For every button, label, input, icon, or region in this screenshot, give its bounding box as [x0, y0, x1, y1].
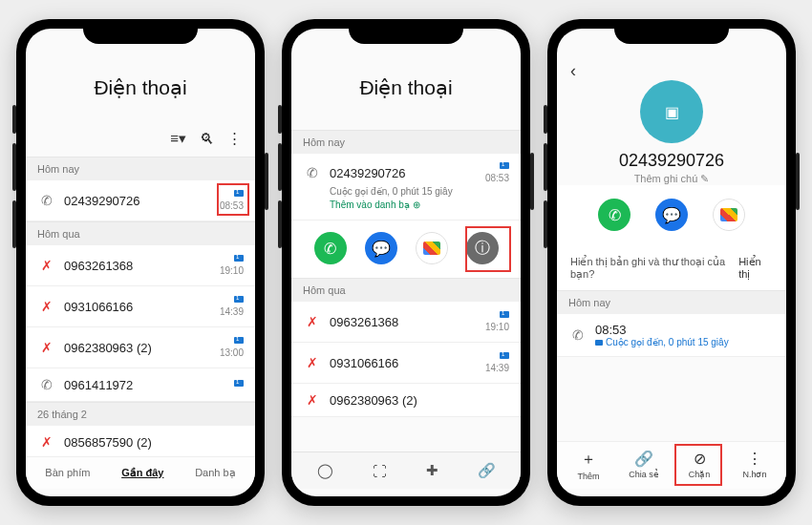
call-row[interactable]: ✗096326136819:10 — [26, 245, 255, 286]
phone-2: Điện thoại Hôm nay ✆0243929072608:53 Cuộ… — [282, 19, 530, 506]
message-button[interactable]: 💬 — [655, 199, 688, 231]
more-button[interactable]: ⋮N.hơn — [732, 450, 778, 481]
call-row[interactable]: ✆ 02439290726 08:53 — [26, 180, 255, 221]
tab-contacts[interactable]: Danh bạ — [195, 467, 235, 479]
toolbar: ≡▾ 🔍︎ ⋮ — [26, 130, 255, 157]
section-today: Hôm nay — [557, 290, 786, 314]
section-feb26: 26 tháng 2 — [26, 402, 255, 426]
voicemail-hint: Hiển thị bản ghi và thư thoại của bạn? H… — [557, 246, 786, 290]
add-button[interactable]: ＋Thêm — [566, 450, 611, 481]
phone-icon: ✆ — [568, 327, 588, 343]
call-number: 02439290726 — [56, 194, 220, 208]
missed-icon: ✗ — [303, 314, 322, 329]
phone-icon: ✆ — [37, 193, 56, 208]
call-time: 14:39 — [220, 295, 244, 318]
block-button[interactable]: ⊘Chặn — [676, 450, 722, 481]
sim-badge — [234, 190, 244, 197]
more-icon[interactable]: ⋮ — [227, 130, 242, 147]
notch — [349, 19, 463, 44]
plus-icon: ＋ — [566, 450, 611, 470]
avatar[interactable]: ▣ — [640, 80, 703, 143]
call-number: 0963261368 — [56, 259, 220, 273]
notch — [614, 19, 729, 44]
tab-recent[interactable]: Gần đây — [121, 467, 163, 479]
call-number: 02439290726 — [322, 166, 485, 180]
video-call-button[interactable] — [713, 199, 745, 231]
call-detail: Cuộc gọi đến, 0 phút 15 giây — [330, 186, 509, 197]
call-row[interactable]: ✗093106616614:39 — [291, 343, 521, 384]
call-time: 08:53 — [595, 323, 775, 337]
missed-icon: ✗ — [37, 434, 56, 450]
call-button[interactable]: ✆ — [314, 232, 347, 264]
add-icon[interactable]: ✚ — [426, 462, 438, 479]
screen: Điện thoại ≡▾ 🔍︎ ⋮ Hôm nay ✆ 02439290726… — [26, 29, 255, 496]
call-time: 19:10 — [220, 254, 244, 277]
missed-icon: ✗ — [37, 258, 56, 273]
more-icon: ⋮ — [732, 450, 778, 468]
show-button[interactable]: Hiển thị — [738, 256, 773, 281]
phone-1: Điện thoại ≡▾ 🔍︎ ⋮ Hôm nay ✆ 02439290726… — [16, 19, 265, 506]
side-button — [12, 105, 16, 134]
missed-icon: ✗ — [37, 299, 56, 314]
scan-icon[interactable]: ⛶ — [373, 463, 387, 479]
call-time: 08:53 — [220, 189, 244, 212]
info-button[interactable]: ⓘ — [466, 232, 499, 264]
phone-icon: ✆ — [37, 377, 56, 392]
video-icon: ▣ — [665, 103, 679, 121]
call-button[interactable]: ✆ — [598, 199, 630, 231]
meet-icon — [720, 208, 737, 221]
section-yesterday: Hôm qua — [291, 278, 521, 302]
missed-icon: ✗ — [303, 392, 322, 408]
block-icon: ⊘ — [676, 450, 722, 468]
video-call-button[interactable] — [416, 232, 448, 264]
side-button — [12, 143, 16, 191]
side-button — [265, 153, 268, 210]
filter-icon[interactable]: ≡▾ — [170, 130, 186, 147]
call-row[interactable]: ✗096326136819:10 — [291, 302, 521, 343]
action-row: ✆ 💬 — [557, 185, 786, 246]
call-row[interactable]: ✗0962380963 (2)13:00 — [26, 327, 255, 368]
phone-3: ‹ ▣ 02439290726 Thêm ghi chú ✎ ✆ 💬 Hiển … — [547, 19, 796, 506]
phone-icon: ✆ — [303, 165, 322, 180]
phone-icon: ✆ — [324, 240, 336, 258]
bottom-actions: ＋Thêm 🔗Chia sẻ ⊘Chặn ⋮N.hơn — [557, 441, 786, 489]
back-button[interactable]: ‹ — [570, 61, 576, 81]
call-number: 0962380963 (2) — [56, 341, 220, 355]
bottom-bar: ◯ ⛶ ✚ 🔗 — [291, 452, 521, 489]
chat-icon: 💬 — [372, 240, 391, 258]
call-number: 0961411972 — [56, 378, 234, 392]
tab-keypad[interactable]: Bàn phím — [45, 467, 90, 479]
call-time — [234, 379, 244, 390]
record-icon[interactable]: ◯ — [317, 462, 333, 479]
action-row: ✆ 💬 ⓘ — [291, 220, 521, 278]
missed-icon: ✗ — [37, 340, 56, 355]
call-number: 0931066166 — [56, 300, 220, 314]
bottom-tabs: Bàn phím Gần đây Danh bạ — [26, 456, 255, 489]
call-row[interactable]: ✆0961411972 — [26, 368, 255, 402]
call-row[interactable]: ✗0856857590 (2) — [26, 426, 255, 459]
meet-icon — [423, 242, 440, 255]
screen: ‹ ▣ 02439290726 Thêm ghi chú ✎ ✆ 💬 Hiển … — [557, 29, 786, 496]
call-time: 08:53 — [485, 161, 509, 184]
missed-icon: ✗ — [303, 355, 322, 370]
add-note-link[interactable]: Thêm ghi chú ✎ — [557, 173, 786, 185]
call-expanded[interactable]: ✆0243929072608:53 Cuộc gọi đến, 0 phút 1… — [291, 154, 521, 220]
section-yesterday: Hôm qua — [26, 221, 255, 245]
call-row[interactable]: ✗0962380963 (2) — [291, 384, 521, 417]
share-button[interactable]: 🔗Chia sẻ — [621, 450, 667, 481]
phone-icon: ✆ — [609, 206, 621, 224]
chat-icon: 💬 — [662, 206, 681, 224]
call-row[interactable]: ✗093106616614:39 — [26, 286, 255, 327]
search-icon[interactable]: 🔍︎ — [200, 131, 214, 147]
section-today: Hôm nay — [291, 130, 521, 154]
contact-number: 02439290726 — [557, 151, 786, 171]
screen: Điện thoại Hôm nay ✆0243929072608:53 Cuộ… — [291, 29, 521, 496]
share-icon: 🔗 — [621, 450, 667, 468]
share-icon[interactable]: 🔗 — [478, 462, 496, 479]
call-number: 0856857590 (2) — [56, 435, 244, 450]
add-contact-link[interactable]: Thêm vào danh bạ ⊕ — [330, 200, 509, 210]
info-icon: ⓘ — [475, 239, 490, 259]
call-time: 13:00 — [220, 336, 244, 359]
message-button[interactable]: 💬 — [365, 232, 397, 264]
call-row[interactable]: ✆ 08:53 Cuộc gọi đến, 0 phút 15 giây — [557, 314, 786, 357]
